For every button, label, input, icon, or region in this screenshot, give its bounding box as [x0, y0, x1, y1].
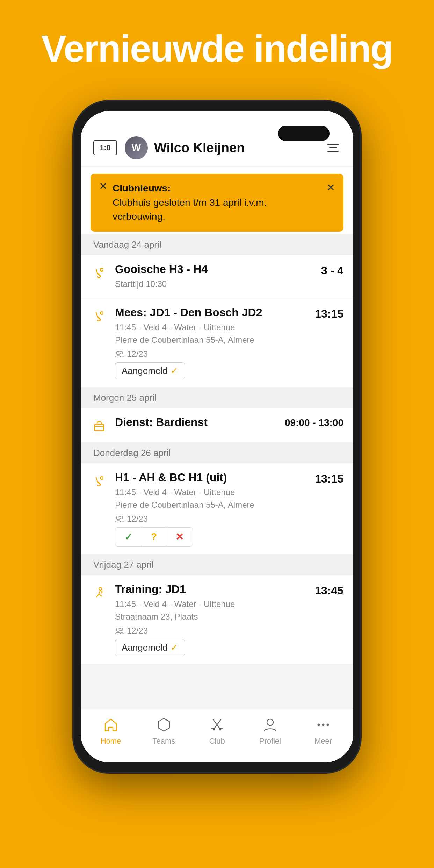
- svg-point-6: [100, 477, 103, 479]
- check-icon-5: ✓: [171, 642, 178, 653]
- event-sub-5: 11:45 - Veld 4 - Water - Uittenue Straat…: [115, 598, 310, 623]
- nav-profiel-label: Profiel: [259, 737, 281, 746]
- registration-badge-5[interactable]: Aangemeld ✓: [115, 639, 185, 656]
- news-title: Clubnieuws:: [113, 183, 171, 194]
- news-close-button[interactable]: ✕: [326, 181, 335, 194]
- match-icon-4: [91, 472, 108, 490]
- date-header-today: Vandaag 24 april: [81, 234, 353, 255]
- svg-rect-4: [95, 424, 104, 431]
- event-title-1: Gooische H3 - H4: [115, 263, 316, 276]
- registration-badge-2[interactable]: Aangemeld ✓: [115, 362, 185, 379]
- maybe-button-4[interactable]: ?: [142, 528, 166, 546]
- participants-2: 12/23: [115, 349, 310, 359]
- event-h1-ah[interactable]: H1 - AH & BC H1 (uit) 11:45 - Veld 4 - W…: [81, 463, 353, 555]
- phone-device: 1:0 W Wilco Kleijnen ✕ Clubnieuws:: [74, 101, 360, 772]
- teams-icon: [155, 716, 173, 734]
- score-icon[interactable]: 1:0: [93, 140, 117, 155]
- svg-point-11: [120, 628, 123, 631]
- club-icon: [208, 716, 226, 734]
- date-label-morgen: Morgen 25 april: [93, 392, 157, 403]
- participants-5: 12/23: [115, 626, 310, 636]
- event-time-1: 3 - 4: [321, 264, 343, 277]
- svg-point-14: [267, 719, 273, 725]
- nav-home[interactable]: Home: [84, 716, 137, 746]
- nav-home-label: Home: [101, 737, 121, 746]
- match-icon-2: [91, 308, 108, 325]
- date-label-vrijdag: Vrijdag 27 april: [93, 559, 153, 570]
- event-sub-line1-5: 11:45 - Veld 4 - Water - Uittenue: [115, 599, 235, 609]
- check-icon-2: ✓: [171, 366, 178, 376]
- svg-point-3: [120, 351, 123, 354]
- training-icon-5: [91, 584, 108, 602]
- event-details-3: Dienst: Bardienst: [115, 416, 280, 431]
- event-sub-2: 11:45 - Veld 4 - Water - Uittenue Pierre…: [115, 321, 310, 346]
- registration-label-2: Aangemeld: [122, 366, 168, 376]
- event-sub-line1-2: 11:45 - Veld 4 - Water - Uittenue: [115, 323, 235, 332]
- event-time-3: 09:00 - 13:00: [285, 417, 343, 428]
- profile-icon: [261, 716, 279, 734]
- meer-icon: [314, 716, 332, 734]
- event-title-3: Dienst: Bardienst: [115, 416, 280, 429]
- no-button-4[interactable]: ✕: [166, 528, 193, 546]
- nav-teams-label: Teams: [153, 737, 175, 746]
- date-header-vrijdag: Vrijdag 27 april: [81, 555, 353, 575]
- page-title: Vernieuwde indeling: [0, 28, 434, 70]
- match-icon-1: [91, 264, 108, 282]
- date-label-today: Vandaag 24 april: [93, 239, 161, 250]
- event-sub-line2-2: Pierre de Coubertinlaan 55-A, Almere: [115, 335, 254, 345]
- svg-point-9: [99, 587, 102, 590]
- svg-point-1: [100, 312, 103, 314]
- participants-4: 12/23: [115, 514, 310, 524]
- bottom-navigation: Home Teams: [81, 709, 353, 762]
- avatar[interactable]: W: [125, 136, 148, 159]
- service-icon-3: [91, 417, 108, 435]
- nav-teams[interactable]: Teams: [137, 716, 190, 746]
- response-buttons-4: ✓ ? ✕: [115, 527, 193, 547]
- participants-count-5: 12/23: [127, 626, 148, 636]
- user-name: Wilco Kleijnen: [154, 140, 325, 155]
- event-sub-line2-4: Pierre de Coubertinlaan 55-A, Almere: [115, 500, 254, 509]
- nav-meer[interactable]: Meer: [297, 716, 350, 746]
- date-header-donderdag: Donderdag 26 april: [81, 443, 353, 463]
- filter-lines-icon: [327, 144, 339, 152]
- svg-point-0: [100, 268, 103, 271]
- event-sub-line2-5: Straatnaam 23, Plaats: [115, 612, 198, 621]
- nav-club[interactable]: Club: [190, 716, 244, 746]
- event-details-1: Gooische H3 - H4 Starttijd 10:30: [115, 263, 316, 290]
- event-sub-line1-4: 11:45 - Veld 4 - Water - Uittenue: [115, 487, 235, 497]
- svg-point-16: [322, 724, 325, 726]
- event-title-4: H1 - AH & BC H1 (uit): [115, 471, 310, 484]
- svg-point-15: [318, 724, 320, 726]
- event-title-2: Mees: JD1 - Den Bosch JD2: [115, 306, 310, 319]
- events-scroll-area: Vandaag 24 april Gooische H3 - H4: [81, 234, 353, 709]
- filter-button[interactable]: [325, 140, 341, 155]
- registration-label-5: Aangemeld: [122, 642, 168, 653]
- event-time-5: 13:45: [315, 584, 343, 597]
- news-message: Clubhuis gesloten t/m 31 april i.v.m. ve…: [113, 197, 267, 222]
- event-time-4: 13:15: [315, 472, 343, 485]
- event-sub-1: Starttijd 10:30: [115, 278, 316, 290]
- participants-count-2: 12/23: [127, 349, 148, 359]
- svg-point-2: [116, 351, 120, 355]
- date-header-morgen: Morgen 25 april: [81, 388, 353, 408]
- yes-button-4[interactable]: ✓: [115, 528, 142, 546]
- svg-point-8: [120, 516, 123, 519]
- event-mees-jd1[interactable]: Mees: JD1 - Den Bosch JD2 11:45 - Veld 4…: [81, 298, 353, 388]
- avatar-image: W: [125, 136, 148, 159]
- screen-content: 1:0 W Wilco Kleijnen ✕ Clubnieuws:: [81, 111, 353, 762]
- event-gooische[interactable]: Gooische H3 - H4 Starttijd 10:30 3 - 4: [81, 255, 353, 298]
- event-training-jd1[interactable]: Training: JD1 11:45 - Veld 4 - Water - U…: [81, 575, 353, 664]
- event-bardienst[interactable]: Dienst: Bardienst 09:00 - 13:00: [81, 408, 353, 443]
- phone-screen: 1:0 W Wilco Kleijnen ✕ Clubnieuws:: [81, 111, 353, 762]
- svg-point-17: [327, 724, 329, 726]
- svg-point-10: [116, 628, 120, 631]
- nav-profiel[interactable]: Profiel: [244, 716, 297, 746]
- camera-bar: [278, 126, 330, 141]
- news-banner: ✕ Clubnieuws: Clubhuis gesloten t/m 31 a…: [91, 174, 343, 232]
- svg-point-7: [116, 516, 120, 520]
- score-label: 1:0: [100, 143, 111, 152]
- event-details-5: Training: JD1 11:45 - Veld 4 - Water - U…: [115, 583, 310, 656]
- scroll-spacer: [81, 664, 353, 709]
- nav-club-label: Club: [209, 737, 225, 746]
- event-sub-4: 11:45 - Veld 4 - Water - Uittenue Pierre…: [115, 486, 310, 511]
